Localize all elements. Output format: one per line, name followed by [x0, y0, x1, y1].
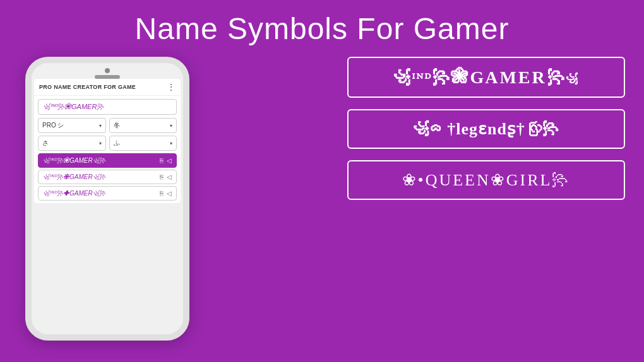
gamer-text-2: ꧁ᯅ†legɛndʂ†ꩺ꧂ [413, 119, 559, 139]
copy-icon-3[interactable]: ⎘ [160, 190, 164, 197]
result-icons-1: ⎘ ◁ [160, 157, 172, 164]
copy-icon-1[interactable]: ⎘ [160, 157, 164, 164]
dropdown-symbol3-label: ふ [114, 139, 120, 148]
phone-screen: PRO NAME CREATOR FOR GAME ⋮ ꧁ᴵᴺᴰ꧂❀GAMER꧂… [34, 79, 181, 203]
share-icon-2[interactable]: ◁ [167, 173, 172, 180]
screen-header: PRO NAME CREATOR FOR GAME ⋮ [34, 79, 181, 96]
phone-camera-icon [105, 68, 110, 73]
dropdown-symbol2-label: さ [42, 139, 49, 148]
gamer-text-1: ꧁ᴵᴺᴰ꧂❀GAMER꧂꧁ [393, 67, 579, 88]
gamer-text-3: ❀•QUEEN❀GIRL꧂ [402, 170, 571, 190]
gamer-box-1: ꧁ᴵᴺᴰ꧂❀GAMER꧂꧁ [347, 57, 625, 98]
gamer-box-2: ꧁ᯅ†legɛndʂ†ꩺ꧂ [347, 109, 625, 149]
result-row-2: ꧁ᴵᴺᴰ꧂❋GAMER꧁꧂ ⎘ ◁ [38, 170, 177, 184]
dropdown-prefix[interactable]: PRO シ ▾ [38, 118, 106, 133]
dropdown-symbol1-arrow: ▾ [170, 123, 172, 129]
result-icons-3: ⎘ ◁ [160, 190, 172, 197]
result-text-3: ꧁ᴵᴺᴰ꧂✦GAMER꧁꧂ [43, 190, 105, 197]
dropdown-symbol2-arrow: ▾ [99, 141, 102, 146]
share-icon-3[interactable]: ◁ [167, 190, 172, 197]
result-row-3: ꧁ᴵᴺᴰ꧂✦GAMER꧁꧂ ⎘ ◁ [38, 186, 177, 201]
result-text-1: ꧁ᴵᴺᴰ꧂❀GAMER꧁꧂ [43, 157, 105, 164]
phone-mockup: PRO NAME CREATOR FOR GAME ⋮ ꧁ᴵᴺᴰ꧂❀GAMER꧂… [25, 57, 202, 347]
dropdown-symbol2[interactable]: さ ▾ [38, 136, 106, 151]
phone-speaker [95, 75, 120, 79]
dropdown-symbol1-label: 冬 [114, 121, 120, 130]
dots-menu-icon[interactable]: ⋮ [167, 83, 176, 91]
dropdown-symbol1[interactable]: 冬 ▾ [109, 118, 177, 133]
results-area: ꧁ᴵᴺᴰ꧂❀GAMER꧁꧂ ⎘ ◁ ꧁ᴵᴺᴰ꧂❋GAMER꧁꧂ ⎘ ◁ ꧁ᴵᴺᴰ… [38, 153, 177, 201]
result-icons-2: ⎘ ◁ [160, 173, 172, 180]
dropdown-symbol3-arrow: ▾ [170, 141, 172, 146]
dropdown-symbol3[interactable]: ふ ▾ [109, 136, 177, 151]
gamer-box-3: ❀•QUEEN❀GIRL꧂ [347, 160, 625, 200]
share-icon-1[interactable]: ◁ [167, 157, 172, 164]
page-title: Name Symbols For Gamer [0, 0, 644, 46]
dropdown-prefix-label: PRO シ [42, 121, 64, 130]
name-input[interactable]: ꧁ᴵᴺᴰ꧂❀GAMER꧂ [38, 99, 177, 115]
result-row-1: ꧁ᴵᴺᴰ꧂❀GAMER꧁꧂ ⎘ ◁ [38, 153, 177, 168]
phone-top [32, 63, 183, 79]
right-panel: ꧁ᴵᴺᴰ꧂❀GAMER꧂꧁ ꧁ᯅ†legɛndʂ†ꩺ꧂ ❀•QUEEN❀GIRL… [347, 57, 625, 200]
dropdowns-row-1: PRO シ ▾ 冬 ▾ [38, 118, 177, 133]
result-text-2: ꧁ᴵᴺᴰ꧂❋GAMER꧁꧂ [43, 173, 105, 180]
dropdowns-row-2: さ ▾ ふ ▾ [38, 136, 177, 151]
dropdown-prefix-arrow: ▾ [99, 123, 102, 129]
screen-title: PRO NAME CREATOR FOR GAME [39, 84, 136, 90]
copy-icon-2[interactable]: ⎘ [160, 173, 164, 180]
